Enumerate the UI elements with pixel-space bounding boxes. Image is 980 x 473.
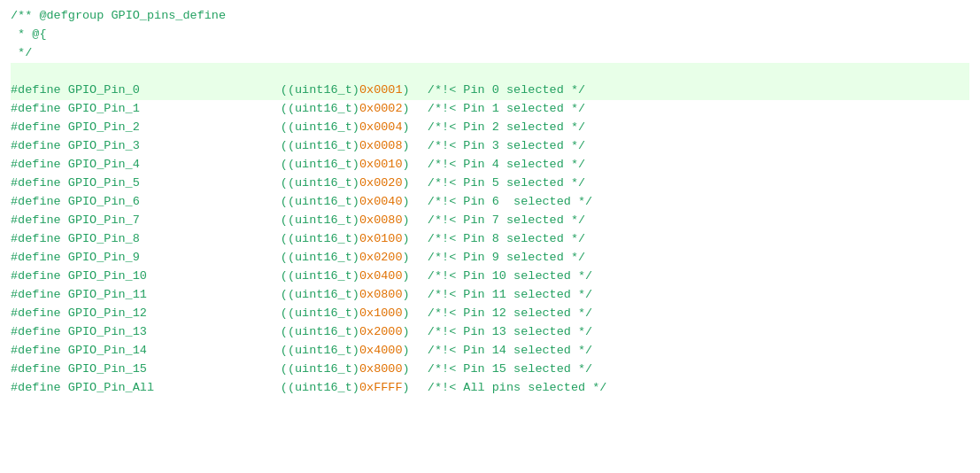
- define-type-close-12: ): [403, 305, 410, 323]
- define-name-14: GPIO_Pin_14: [68, 342, 281, 361]
- define-keyword-12: #define: [11, 305, 68, 323]
- define-keyword-7: #define: [11, 212, 68, 230]
- define-type-open-12: ((uint16_t): [281, 305, 359, 323]
- separator-line: [11, 63, 969, 81]
- define-line-10: #define GPIO_Pin_10((uint16_t)0x0400) /*…: [11, 268, 969, 286]
- define-comment-14: /*!< Pin 14 selected */: [413, 342, 593, 361]
- define-line-15: #define GPIO_Pin_15((uint16_t)0x8000) /*…: [11, 361, 969, 379]
- define-type-open-4: ((uint16_t): [281, 156, 359, 174]
- define-keyword-2: #define: [11, 119, 68, 137]
- define-comment-10: /*!< Pin 10 selected */: [413, 268, 593, 286]
- define-type-close-5: ): [403, 174, 410, 193]
- define-hex-0: 0x0001: [359, 81, 403, 100]
- define-comment-4: /*!< Pin 4 selected */: [413, 156, 585, 174]
- define-hex-12: 0x1000: [359, 305, 403, 323]
- define-name-8: GPIO_Pin_8: [68, 230, 281, 249]
- header-line-2: * @{: [11, 26, 969, 44]
- define-keyword-1: #define: [11, 100, 68, 119]
- define-keyword-5: #define: [11, 174, 68, 193]
- define-type-open-3: ((uint16_t): [281, 137, 359, 156]
- define-line-1: #define GPIO_Pin_1((uint16_t)0x0002) /*!…: [11, 100, 969, 119]
- define-type-close-14: ): [403, 342, 410, 361]
- define-line-3: #define GPIO_Pin_3((uint16_t)0x0008) /*!…: [11, 137, 969, 156]
- define-type-close-2: ): [403, 119, 410, 137]
- define-hex-11: 0x0800: [359, 286, 403, 305]
- define-name-7: GPIO_Pin_7: [68, 212, 281, 230]
- define-name-2: GPIO_Pin_2: [68, 119, 281, 137]
- define-type-open-11: ((uint16_t): [281, 286, 359, 305]
- define-keyword-11: #define: [11, 286, 68, 305]
- define-hex-1: 0x0002: [359, 100, 403, 119]
- define-type-close-9: ): [403, 249, 410, 268]
- define-type-open-5: ((uint16_t): [281, 174, 359, 193]
- define-hex-15: 0x8000: [359, 361, 403, 379]
- define-line-2: #define GPIO_Pin_2((uint16_t)0x0004) /*!…: [11, 119, 969, 137]
- define-comment-5: /*!< Pin 5 selected */: [413, 174, 585, 193]
- define-type-close-10: ): [403, 268, 410, 286]
- comment-text-2: * @{: [11, 26, 47, 44]
- define-name-1: GPIO_Pin_1: [68, 100, 281, 119]
- define-keyword-16: #define: [11, 379, 68, 398]
- define-hex-3: 0x0008: [359, 137, 403, 156]
- code-editor: /** @defgroup GPIO_pins_define * @{ */ #…: [0, 0, 980, 405]
- define-type-close-7: ): [403, 212, 410, 230]
- define-type-close-15: ): [403, 361, 410, 379]
- define-type-close-8: ): [403, 230, 410, 249]
- define-line-13: #define GPIO_Pin_13((uint16_t)0x2000) /*…: [11, 323, 969, 342]
- define-name-5: GPIO_Pin_5: [68, 174, 281, 193]
- define-type-open-6: ((uint16_t): [281, 193, 359, 212]
- define-keyword-3: #define: [11, 137, 68, 156]
- define-line-12: #define GPIO_Pin_12((uint16_t)0x1000) /*…: [11, 305, 969, 323]
- define-type-open-15: ((uint16_t): [281, 361, 359, 379]
- define-comment-11: /*!< Pin 11 selected */: [413, 286, 593, 305]
- define-line-16: #define GPIO_Pin_All((uint16_t)0xFFFF) /…: [11, 379, 969, 398]
- define-hex-16: 0xFFFF: [359, 379, 403, 398]
- define-hex-8: 0x0100: [359, 230, 403, 249]
- define-name-11: GPIO_Pin_11: [68, 286, 281, 305]
- define-hex-2: 0x0004: [359, 119, 403, 137]
- define-hex-14: 0x4000: [359, 342, 403, 361]
- define-comment-6: /*!< Pin 6 selected */: [413, 193, 593, 212]
- define-type-open-16: ((uint16_t): [281, 379, 359, 398]
- define-line-8: #define GPIO_Pin_8((uint16_t)0x0100) /*!…: [11, 230, 969, 249]
- define-type-close-1: ): [403, 100, 410, 119]
- define-line-0: #define GPIO_Pin_0((uint16_t)0x0001) /*!…: [11, 81, 969, 100]
- define-comment-0: /*!< Pin 0 selected */: [413, 81, 585, 100]
- define-line-14: #define GPIO_Pin_14((uint16_t)0x4000) /*…: [11, 342, 969, 361]
- define-type-open-7: ((uint16_t): [281, 212, 359, 230]
- define-name-16: GPIO_Pin_All: [68, 379, 281, 398]
- header-line-1: /** @defgroup GPIO_pins_define: [11, 7, 969, 26]
- define-name-12: GPIO_Pin_12: [68, 305, 281, 323]
- define-comment-1: /*!< Pin 1 selected */: [413, 100, 585, 119]
- define-comment-2: /*!< Pin 2 selected */: [413, 119, 585, 137]
- define-type-open-2: ((uint16_t): [281, 119, 359, 137]
- define-name-0: GPIO_Pin_0: [68, 81, 281, 100]
- define-keyword-10: #define: [11, 268, 68, 286]
- define-keyword-6: #define: [11, 193, 68, 212]
- define-type-open-13: ((uint16_t): [281, 323, 359, 342]
- define-hex-5: 0x0020: [359, 174, 403, 193]
- define-comment-12: /*!< Pin 12 selected */: [413, 305, 593, 323]
- define-type-open-1: ((uint16_t): [281, 100, 359, 119]
- define-type-close-4: ): [403, 156, 410, 174]
- define-type-open-10: ((uint16_t): [281, 268, 359, 286]
- define-keyword-0: #define: [11, 81, 68, 100]
- define-line-6: #define GPIO_Pin_6((uint16_t)0x0040) /*!…: [11, 193, 969, 212]
- define-type-open-0: ((uint16_t): [281, 81, 359, 100]
- define-keyword-13: #define: [11, 323, 68, 342]
- define-hex-4: 0x0010: [359, 156, 403, 174]
- define-comment-15: /*!< Pin 15 selected */: [413, 361, 593, 379]
- define-comment-9: /*!< Pin 9 selected */: [413, 249, 585, 268]
- define-name-3: GPIO_Pin_3: [68, 137, 281, 156]
- define-hex-13: 0x2000: [359, 323, 403, 342]
- define-line-5: #define GPIO_Pin_5((uint16_t)0x0020) /*!…: [11, 174, 969, 193]
- define-name-13: GPIO_Pin_13: [68, 323, 281, 342]
- define-line-11: #define GPIO_Pin_11((uint16_t)0x0800) /*…: [11, 286, 969, 305]
- define-hex-10: 0x0400: [359, 268, 403, 286]
- define-type-open-8: ((uint16_t): [281, 230, 359, 249]
- define-line-4: #define GPIO_Pin_4((uint16_t)0x0010) /*!…: [11, 156, 969, 174]
- define-comment-8: /*!< Pin 8 selected */: [413, 230, 585, 249]
- define-type-close-0: ): [403, 81, 410, 100]
- define-keyword-9: #define: [11, 249, 68, 268]
- define-type-close-13: ): [403, 323, 410, 342]
